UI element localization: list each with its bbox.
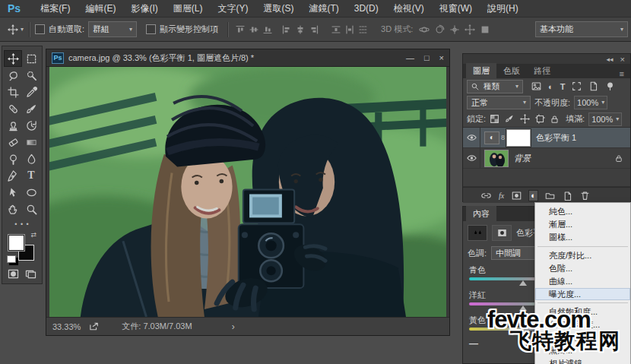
show-transform-checkbox[interactable]: [146, 24, 156, 34]
menu-file[interactable]: 檔案(F): [33, 0, 78, 17]
menu-3d[interactable]: 3D(D): [347, 0, 386, 17]
window-close-button[interactable]: ×: [439, 53, 444, 62]
align-right-edges-icon[interactable]: [309, 25, 319, 34]
adjustment-layer-thumbnail[interactable]: ◐: [484, 131, 499, 144]
menu-item-levels[interactable]: 色階...: [535, 262, 630, 275]
menu-item-pattern[interactable]: 圖樣...: [535, 231, 630, 244]
layer-name[interactable]: 色彩平衡 1: [536, 132, 576, 144]
new-layer-button[interactable]: [563, 191, 572, 201]
fill-value[interactable]: 100% ▾: [588, 112, 622, 126]
foreground-color-swatch[interactable]: [8, 235, 24, 251]
distribute-vcenter-icon[interactable]: [345, 25, 354, 34]
layer-style-button[interactable]: fx: [499, 191, 504, 200]
menu-select[interactable]: 選取(S): [255, 0, 301, 17]
layer-thumbnail[interactable]: [484, 150, 509, 167]
link-layers-button[interactable]: [481, 191, 491, 201]
yellow-slider-thumb[interactable]: [519, 331, 527, 336]
blur-tool[interactable]: [22, 150, 40, 167]
blend-mode-dropdown[interactable]: 正常 ▾: [467, 96, 531, 109]
tool-preset-arrow[interactable]: ▾: [21, 27, 24, 33]
lock-position-icon[interactable]: [520, 114, 530, 124]
document-title-bar[interactable]: Ps camera.jpg @ 33.3% (色彩平衡 1, 圖層遮色片/8) …: [46, 49, 449, 67]
workspace-switcher[interactable]: 基本功能 ▾: [535, 21, 628, 37]
delete-layer-button[interactable]: [580, 191, 590, 201]
screen-mode-button[interactable]: [25, 269, 36, 279]
type-tool[interactable]: T: [22, 167, 40, 184]
3d-drag-icon[interactable]: [449, 24, 460, 35]
shape-tool[interactable]: [22, 184, 40, 201]
menu-item-exposure[interactable]: 曝光度...: [535, 288, 630, 300]
hand-tool[interactable]: [4, 201, 22, 217]
align-top-edges-icon[interactable]: [236, 25, 245, 34]
auto-select-checkbox[interactable]: [35, 24, 45, 34]
menu-item-photo-filter[interactable]: 相片濾鏡...: [535, 357, 630, 364]
align-left-edges-icon[interactable]: [282, 25, 291, 34]
tab-properties[interactable]: 內容: [466, 206, 496, 221]
filter-type-icon[interactable]: T: [560, 81, 566, 91]
new-adjustment-layer-button[interactable]: ◐: [529, 191, 537, 201]
align-bottom-edges-icon[interactable]: [263, 25, 272, 34]
quick-select-tool[interactable]: [22, 67, 40, 84]
3d-slide-icon[interactable]: [465, 24, 475, 35]
auto-select-dropdown[interactable]: 群組 ▾: [88, 21, 137, 37]
menu-item-solid-color[interactable]: 純色...: [535, 205, 630, 218]
zoom-tool[interactable]: [22, 201, 40, 217]
mask-link-icon[interactable]: 8: [501, 134, 505, 141]
tab-channels[interactable]: 色版: [496, 63, 527, 78]
quick-mask-button[interactable]: [8, 269, 19, 279]
menu-item-hue-saturation[interactable]: 色相/飽和度...: [535, 318, 630, 331]
distribute-top-icon[interactable]: [331, 25, 341, 34]
menu-item-curves[interactable]: 曲線...: [535, 275, 630, 288]
menu-view[interactable]: 檢視(V): [386, 0, 432, 17]
lock-artboard-icon[interactable]: [535, 114, 545, 124]
dodge-tool[interactable]: [4, 150, 22, 167]
status-chevron[interactable]: ›: [232, 321, 235, 332]
align-hcenter-icon[interactable]: [296, 25, 305, 34]
3d-roll-icon[interactable]: [434, 24, 445, 35]
preserve-luminosity-partial[interactable]: —: [469, 338, 478, 349]
canvas-area[interactable]: [49, 67, 446, 317]
filter-pin-icon[interactable]: [605, 81, 615, 91]
menu-image[interactable]: 影像(I): [123, 0, 165, 17]
3d-rotate-icon[interactable]: [419, 24, 430, 35]
window-maximize-button[interactable]: □: [424, 53, 430, 62]
zoom-level[interactable]: 33.33%: [52, 322, 81, 331]
distribute-bottom-icon[interactable]: [359, 25, 368, 34]
marquee-tool[interactable]: [22, 50, 40, 67]
menu-item-black-white[interactable]: 黑白...: [535, 344, 630, 357]
layer-filter-dropdown[interactable]: 種類 ▾: [467, 80, 523, 93]
default-colors-icon[interactable]: [7, 255, 16, 263]
eyedropper-tool[interactable]: [22, 84, 40, 100]
tab-paths[interactable]: 路徑: [527, 63, 557, 78]
cyan-slider-thumb[interactable]: [519, 280, 527, 286]
magenta-slider-thumb[interactable]: [519, 305, 527, 311]
filter-smart-object-icon[interactable]: [588, 81, 598, 91]
lock-pixels-icon[interactable]: [505, 114, 515, 124]
menu-edit[interactable]: 編輯(E): [78, 0, 123, 17]
menu-item-brightness-contrast[interactable]: 亮度/對比...: [535, 249, 630, 262]
mask-properties-icon[interactable]: [492, 225, 512, 241]
crop-tool[interactable]: [4, 84, 22, 100]
menu-item-vibrance[interactable]: 自然飽和度...: [535, 305, 630, 318]
filter-image-icon[interactable]: [531, 81, 541, 91]
clone-stamp-tool[interactable]: [4, 117, 22, 134]
align-vcenter-icon[interactable]: [249, 25, 258, 34]
export-icon[interactable]: [90, 322, 99, 331]
menu-help[interactable]: 說明(H): [480, 0, 526, 17]
pen-tool[interactable]: [4, 167, 22, 184]
color-balance-scales-icon[interactable]: [468, 225, 487, 241]
filter-shape-icon[interactable]: [572, 81, 582, 91]
lasso-tool[interactable]: [4, 67, 22, 84]
3d-scale-icon[interactable]: [480, 24, 490, 35]
layer-row-color-balance[interactable]: ◐ 8 色彩平衡 1: [463, 128, 630, 148]
menu-filter[interactable]: 濾鏡(T): [301, 0, 346, 17]
menu-type[interactable]: 文字(Y): [210, 0, 255, 17]
filter-adjustment-icon[interactable]: ◐: [548, 81, 553, 91]
visibility-eye-icon[interactable]: [463, 148, 480, 168]
menu-window[interactable]: 視窗(W): [432, 0, 480, 17]
eraser-tool[interactable]: [4, 134, 22, 150]
swap-colors-icon[interactable]: ⇄: [30, 231, 36, 239]
panel-menu-icon[interactable]: ≡: [614, 69, 630, 78]
new-group-button[interactable]: [545, 191, 555, 201]
panel-close-icon[interactable]: ×: [620, 55, 625, 64]
